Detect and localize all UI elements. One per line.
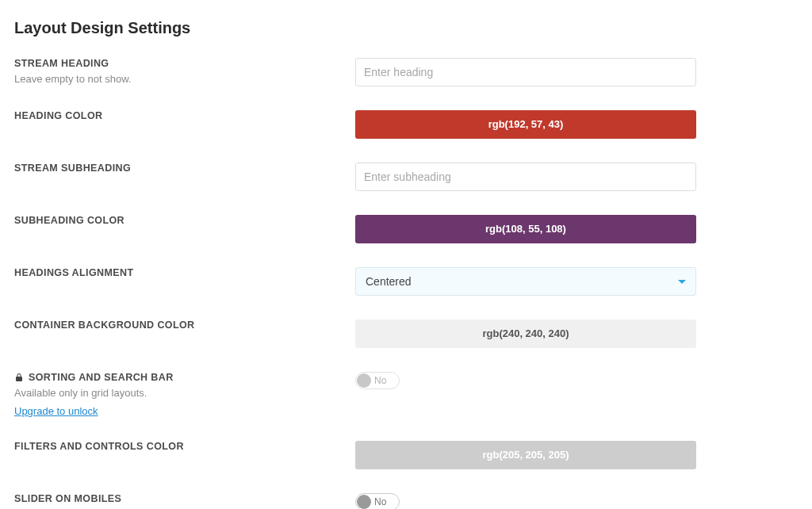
container-bg-label: CONTAINER BACKGROUND COLOR — [14, 320, 339, 331]
sorting-search-help: Available only in grid layouts. — [14, 386, 339, 400]
stream-heading-input[interactable] — [355, 58, 696, 86]
sorting-search-toggle: No — [355, 372, 400, 389]
stream-heading-label: STREAM HEADING — [14, 58, 339, 69]
heading-color-swatch[interactable]: rgb(192, 57, 43) — [355, 110, 696, 139]
field-stream-subheading: STREAM SUBHEADING — [14, 163, 796, 191]
container-bg-swatch[interactable]: rgb(240, 240, 240) — [355, 320, 696, 348]
stream-subheading-label: STREAM SUBHEADING — [14, 163, 339, 174]
upgrade-to-unlock-link[interactable]: Upgrade to unlock — [14, 405, 98, 417]
field-container-bg-color: CONTAINER BACKGROUND COLOR rgb(240, 240,… — [14, 320, 796, 348]
field-headings-alignment: HEADINGS ALIGNMENT Centered — [14, 267, 796, 296]
page-title: Layout Design Settings — [14, 19, 796, 37]
field-stream-heading: STREAM HEADING Leave empty to not show. — [14, 58, 796, 86]
field-sorting-search-bar: SORTING AND SEARCH BAR Available only in… — [14, 372, 796, 417]
filters-controls-label: FILTERS AND CONTROLS COLOR — [14, 441, 339, 452]
toggle-knob — [357, 373, 371, 388]
headings-alignment-select[interactable]: Centered — [355, 267, 696, 296]
chevron-down-icon — [678, 280, 686, 284]
field-heading-color: HEADING COLOR rgb(192, 57, 43) — [14, 110, 796, 139]
field-slider-on-mobiles: SLIDER ON MOBILES Stream will turn into … — [14, 493, 796, 509]
slider-mobiles-toggle[interactable]: No — [355, 493, 400, 509]
headings-alignment-selected: Centered — [366, 275, 412, 288]
heading-color-label: HEADING COLOR — [14, 110, 339, 121]
subheading-color-label: SUBHEADING COLOR — [14, 215, 339, 226]
layout-design-settings-panel: Layout Design Settings STREAM HEADING Le… — [0, 0, 812, 509]
sorting-search-toggle-label: No — [374, 375, 386, 386]
filters-controls-swatch[interactable]: rgb(205, 205, 205) — [355, 441, 696, 469]
toggle-knob — [357, 495, 371, 509]
lock-icon — [14, 373, 24, 382]
subheading-color-swatch[interactable]: rgb(108, 55, 108) — [355, 215, 696, 243]
stream-heading-help: Leave empty to not show. — [14, 72, 339, 86]
sorting-search-label: SORTING AND SEARCH BAR — [29, 372, 174, 383]
stream-subheading-input[interactable] — [355, 163, 696, 191]
field-filters-controls-color: FILTERS AND CONTROLS COLOR rgb(205, 205,… — [14, 441, 796, 469]
slider-mobiles-toggle-label: No — [374, 496, 386, 507]
field-subheading-color: SUBHEADING COLOR rgb(108, 55, 108) — [14, 215, 796, 243]
headings-alignment-label: HEADINGS ALIGNMENT — [14, 267, 339, 278]
slider-mobiles-label: SLIDER ON MOBILES — [14, 493, 339, 504]
